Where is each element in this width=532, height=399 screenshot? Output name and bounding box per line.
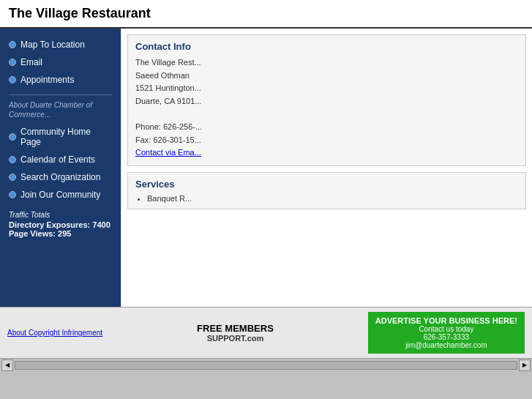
sidebar-item-community-home[interactable]: Community Home Page — [0, 123, 121, 151]
page-header: The Village Restaurant — [0, 0, 532, 29]
bullet-icon — [9, 133, 16, 141]
free-members-line1: FREE MEMBERS — [197, 323, 274, 334]
contact-email-link[interactable]: Contact via Ema... — [135, 148, 201, 157]
sidebar-item-label: Join Our Community — [20, 190, 100, 200]
ad-phone: 626-357-3333 — [375, 333, 517, 341]
contact-details: The Village Rest... Saeed Othman 1521 Hu… — [135, 56, 518, 160]
service-item: Banquet R... — [147, 194, 518, 203]
bullet-icon — [9, 191, 16, 198]
bullet-icon — [9, 156, 16, 163]
scroll-left-btn[interactable]: ◀ — [1, 359, 13, 371]
sidebar-item-label: Appointments — [20, 75, 74, 85]
page-views: Page Views: 295 — [9, 229, 112, 238]
bullet-icon — [9, 41, 16, 48]
traffic-totals: Traffic Totals Directory Exposures: 7400… — [0, 204, 121, 245]
copyright-link[interactable]: About Copyright Infringement — [7, 329, 102, 337]
ad-email: jim@duartechamber.com — [375, 341, 517, 349]
sidebar-item-map[interactable]: Map To Location — [0, 36, 121, 53]
content-panel: Contact Info The Village Rest... Saeed O… — [121, 29, 532, 307]
sidebar-item-label: Map To Location — [20, 40, 85, 50]
contact-info-box: Contact Info The Village Rest... Saeed O… — [127, 34, 526, 166]
sidebar-item-label: Calendar of Events — [20, 154, 95, 165]
footer-ad[interactable]: ADVERTISE YOUR BUSINESS HERE! Contact us… — [368, 312, 525, 354]
sidebar-item-calendar[interactable]: Calendar of Events — [0, 151, 121, 168]
contact-heading: Contact Info — [135, 41, 518, 52]
horizontal-scrollbar[interactable] — [15, 361, 517, 370]
bullet-icon — [9, 59, 16, 66]
sidebar: Map To Location Email Appointments About… — [0, 29, 121, 307]
sidebar-item-appointments[interactable]: Appointments — [0, 71, 121, 89]
free-members-line2: SUPPORT.com — [197, 334, 274, 343]
ad-sub1: Contact us today — [375, 325, 517, 333]
sidebar-item-search-org[interactable]: Search Organization — [0, 168, 121, 186]
sidebar-item-email[interactable]: Email — [0, 53, 121, 71]
services-box: Services Banquet R... — [127, 172, 526, 209]
section-label: About Duarte Chamber of Commerce... — [0, 98, 121, 123]
section-divider — [9, 94, 112, 95]
services-heading: Services — [135, 179, 518, 190]
page-title: The Village Restaurant — [9, 6, 151, 20]
footer-free-members: FREE MEMBERS SUPPORT.com — [197, 323, 274, 343]
sidebar-item-label: Email — [20, 57, 42, 67]
sidebar-item-label: Search Organization — [20, 172, 100, 182]
sidebar-item-label: Community Home Page — [20, 127, 112, 147]
footer: About Copyright Infringement FREE MEMBER… — [0, 307, 532, 358]
traffic-label: Traffic Totals — [9, 211, 112, 219]
ad-headline: ADVERTISE YOUR BUSINESS HERE! — [375, 316, 517, 325]
directory-exposures: Directory Exposures: 7400 — [9, 220, 112, 229]
scroll-right-btn[interactable]: ▶ — [519, 359, 531, 371]
bullet-icon — [9, 76, 16, 83]
footer-copyright: About Copyright Infringement — [7, 329, 102, 337]
scrollbar-area: ◀ ▶ — [0, 358, 532, 371]
services-list: Banquet R... — [147, 194, 518, 203]
bullet-icon — [9, 174, 16, 181]
main-wrapper: Map To Location Email Appointments About… — [0, 29, 532, 307]
sidebar-item-join[interactable]: Join Our Community — [0, 186, 121, 204]
